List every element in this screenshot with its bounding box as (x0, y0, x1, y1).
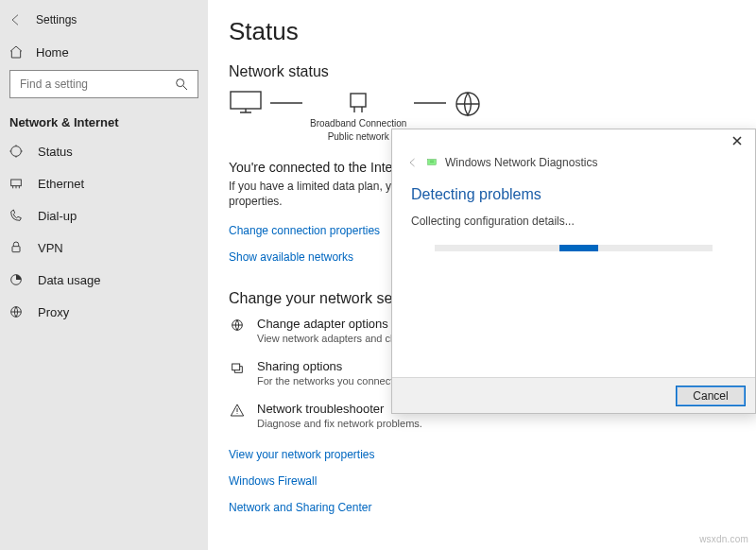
dialog-titlebar: Windows Network Diagnostics (392, 129, 755, 179)
sidebar-item-label: Data usage (38, 273, 101, 287)
svg-rect-6 (231, 92, 261, 109)
dialup-icon (8, 207, 25, 224)
svg-point-1 (11, 146, 22, 157)
sidebar-home-label: Home (36, 45, 69, 60)
cancel-button[interactable]: Cancel (676, 386, 746, 406)
cancel-button-label: Cancel (693, 389, 728, 403)
dialog-footer: Cancel (392, 377, 755, 413)
link-network-properties[interactable]: View your network properties (229, 448, 375, 461)
option-desc: Diagnose and fix network problems. (257, 418, 422, 429)
network-status-heading: Network status (229, 63, 735, 80)
sidebar-section-header: Network & Internet (0, 108, 208, 135)
progress-bar (435, 245, 713, 251)
connection-line (414, 90, 446, 116)
sidebar-item-label: Dial-up (38, 209, 77, 223)
sidebar-item-ethernet[interactable]: Ethernet (0, 167, 208, 199)
sidebar-home[interactable]: Home (0, 36, 208, 68)
sidebar-item-dialup[interactable]: Dial-up (0, 199, 208, 232)
vpn-icon (8, 239, 25, 256)
dialog-back-icon[interactable] (407, 157, 419, 168)
link-windows-firewall[interactable]: Windows Firewall (229, 474, 317, 488)
link-show-available-networks[interactable]: Show available networks (229, 250, 353, 264)
sharing-options-icon (229, 359, 246, 376)
proxy-icon (8, 303, 25, 320)
sidebar-item-label: Ethernet (38, 177, 84, 191)
sidebar-item-status[interactable]: Status (0, 135, 208, 167)
ethernet-icon (8, 175, 25, 192)
adapter-network: Public network (328, 131, 389, 143)
link-network-sharing-center[interactable]: Network and Sharing Center (229, 501, 371, 514)
dialog-close-button[interactable] (721, 129, 753, 152)
sidebar-item-vpn[interactable]: VPN (0, 232, 208, 264)
app-title: Settings (36, 13, 77, 26)
sidebar-item-label: VPN (38, 241, 63, 255)
sidebar: Settings Home Network & Internet Status … (0, 0, 208, 550)
back-icon[interactable] (8, 11, 25, 28)
adapter-options-icon (229, 317, 246, 334)
sidebar-item-label: Proxy (38, 305, 69, 319)
diagnostics-icon (426, 157, 438, 168)
page-title: Status (229, 17, 735, 46)
home-icon (8, 43, 25, 60)
search-input-wrap[interactable] (9, 70, 198, 98)
dialog-title: Windows Network Diagnostics (445, 156, 597, 169)
sidebar-item-label: Status (38, 145, 73, 159)
status-icon (8, 143, 25, 160)
sidebar-item-datausage[interactable]: Data usage (0, 264, 208, 296)
dialog-body: Collecting configuration details... (392, 215, 755, 228)
svg-point-0 (177, 79, 184, 87)
svg-rect-12 (232, 364, 240, 370)
pc-icon (229, 90, 263, 116)
troubleshooter-icon (229, 402, 246, 419)
progress-fill (559, 245, 598, 251)
svg-rect-8 (351, 94, 366, 107)
titlebar: Settings (0, 4, 208, 36)
data-usage-icon (8, 271, 25, 288)
svg-rect-3 (12, 247, 20, 252)
connection-line (270, 90, 302, 116)
sidebar-item-proxy[interactable]: Proxy (0, 296, 208, 328)
search-icon (173, 76, 190, 93)
watermark: wsxdn.com (699, 534, 748, 544)
diagnostics-dialog: Windows Network Diagnostics Detecting pr… (391, 129, 756, 414)
svg-rect-2 (11, 180, 22, 186)
link-change-connection-properties[interactable]: Change connection properties (229, 224, 380, 237)
search-input[interactable] (18, 77, 173, 92)
dialog-heading: Detecting problems (392, 179, 755, 215)
globe-icon (454, 90, 482, 118)
